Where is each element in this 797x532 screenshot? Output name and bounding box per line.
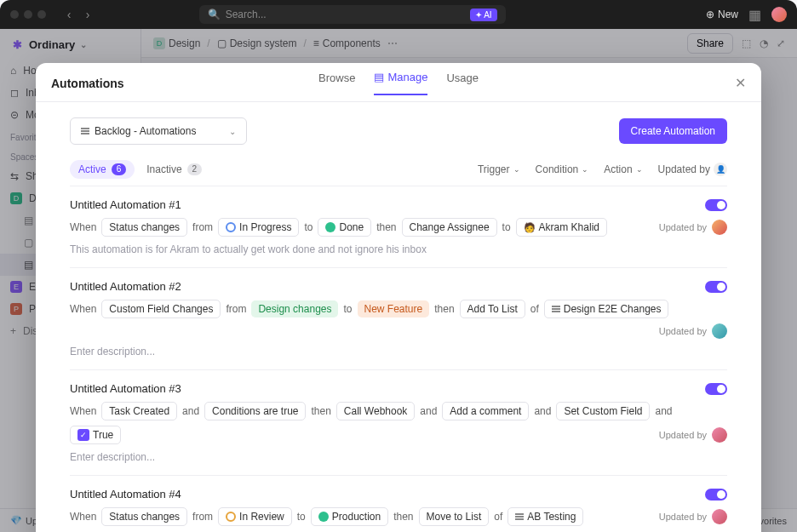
status-dot-icon <box>325 222 335 232</box>
action-chip[interactable]: Add To List <box>460 300 525 318</box>
filter-inactive[interactable]: Inactive2 <box>138 160 210 179</box>
status-dot-icon <box>226 512 236 522</box>
updated-by: Updated by <box>659 427 727 443</box>
automation-toggle[interactable] <box>705 489 727 501</box>
trigger-chip[interactable]: Custom Field Changes <box>101 300 221 318</box>
filter-trigger[interactable]: Trigger ⌄ <box>478 163 520 175</box>
search-placeholder: Search... <box>226 9 267 20</box>
avatar-icon: 🧑 <box>524 222 536 233</box>
window-titlebar: ‹ › 🔍 Search... ✦ AI ⊕ New ▦ <box>0 0 797 29</box>
tab-browse[interactable]: Browse <box>318 71 355 95</box>
automation-row: Untitled Automation #1 When Status chang… <box>70 186 727 267</box>
checkbox-icon: ✓ <box>77 429 89 441</box>
action-chip[interactable]: Change Assignee <box>402 218 497 237</box>
chevron-down-icon: ⌄ <box>582 165 588 174</box>
new-button[interactable]: ⊕ New <box>706 9 738 20</box>
create-automation-button[interactable]: Create Automation <box>619 118 727 144</box>
automation-title[interactable]: Untitled Automation #1 <box>70 198 181 211</box>
automation-title[interactable]: Untitled Automation #3 <box>70 382 181 395</box>
status-chip[interactable]: In Progress <box>218 218 299 237</box>
automation-description[interactable]: This automation is for Akram to actually… <box>70 243 727 255</box>
automation-title[interactable]: Untitled Automation #2 <box>70 280 181 293</box>
tag-chip[interactable]: Design changes <box>251 300 338 317</box>
avatar <box>712 427 727 443</box>
automation-description[interactable]: Enter description... <box>70 346 727 358</box>
user-placeholder-icon: 👤 <box>714 163 727 176</box>
user-avatar[interactable] <box>771 7 787 22</box>
chevron-down-icon: ⌄ <box>229 127 236 136</box>
trigger-chip[interactable]: Task Created <box>101 402 177 420</box>
filter-active[interactable]: Active6 <box>70 160 135 179</box>
automation-toggle[interactable] <box>705 199 727 211</box>
tab-usage[interactable]: Usage <box>446 71 479 95</box>
nav-forward-icon[interactable]: › <box>80 8 95 21</box>
condition-chip[interactable]: Conditions are true <box>204 402 306 420</box>
assignee-chip[interactable]: 🧑Akram Khalid <box>516 218 607 237</box>
list-icon <box>552 306 560 312</box>
automation-row: Untitled Automation #2 When Custom Field… <box>70 267 727 369</box>
list-icon <box>81 128 89 134</box>
nav-back-icon[interactable]: ‹ <box>61 8 77 21</box>
action-chip[interactable]: Set Custom Field <box>556 402 650 420</box>
list-selector[interactable]: Backlog - Automations ⌄ <box>70 117 247 145</box>
status-dot-icon <box>226 222 236 232</box>
chevron-down-icon: ⌄ <box>513 165 520 174</box>
list-chip[interactable]: AB Testing <box>507 507 583 526</box>
modal-title: Automations <box>51 77 124 90</box>
avatar <box>712 509 727 524</box>
ai-badge[interactable]: ✦ AI <box>470 9 496 21</box>
updated-by: Updated by <box>659 509 727 524</box>
filter-updated-by[interactable]: Updated by 👤 <box>658 163 727 176</box>
automation-toggle[interactable] <box>705 383 727 395</box>
nav-arrows: ‹ › <box>61 8 95 21</box>
updated-by: Updated by <box>659 323 727 339</box>
automation-row: Untitled Automation #4 When Status chang… <box>70 475 727 532</box>
automation-row: Untitled Automation #3 When Task Created… <box>70 369 727 475</box>
status-dot-icon <box>318 512 329 522</box>
chevron-down-icon: ⌄ <box>636 165 643 174</box>
action-chip[interactable]: Move to List <box>419 507 490 526</box>
avatar <box>712 323 727 339</box>
value-chip[interactable]: ✓True <box>70 426 121 444</box>
tag-chip[interactable]: New Feature <box>358 300 430 317</box>
automation-title[interactable]: Untitled Automation #4 <box>70 488 181 501</box>
action-chip[interactable]: Add a comment <box>442 402 529 420</box>
filter-condition[interactable]: Condition ⌄ <box>536 163 589 175</box>
automation-description[interactable]: Enter description... <box>70 451 727 463</box>
updated-by: Updated by <box>659 220 727 235</box>
list-icon <box>515 513 524 520</box>
tab-manage[interactable]: ▤ Manage <box>374 71 427 95</box>
modal-overlay: Automations Browse ▤ Manage Usage ✕ Back… <box>0 29 797 532</box>
window-traffic-lights <box>10 10 46 19</box>
trigger-chip[interactable]: Status changes <box>101 507 187 526</box>
search-icon: 🔍 <box>208 9 221 20</box>
status-chip[interactable]: Done <box>318 218 371 237</box>
trigger-chip[interactable]: Status changes <box>101 218 187 237</box>
status-chip[interactable]: Production <box>311 507 388 526</box>
status-chip[interactable]: In Review <box>218 507 292 526</box>
list-chip[interactable]: Design E2E Changes <box>544 300 669 318</box>
automation-toggle[interactable] <box>705 281 727 293</box>
automations-modal: Automations Browse ▤ Manage Usage ✕ Back… <box>36 63 761 532</box>
avatar <box>712 220 727 235</box>
close-icon[interactable]: ✕ <box>735 75 746 91</box>
global-search[interactable]: 🔍 Search... ✦ AI <box>199 5 506 24</box>
apps-grid-icon[interactable]: ▦ <box>748 7 761 23</box>
action-chip[interactable]: Call Webhook <box>336 402 415 420</box>
filter-action[interactable]: Action ⌄ <box>604 163 642 175</box>
